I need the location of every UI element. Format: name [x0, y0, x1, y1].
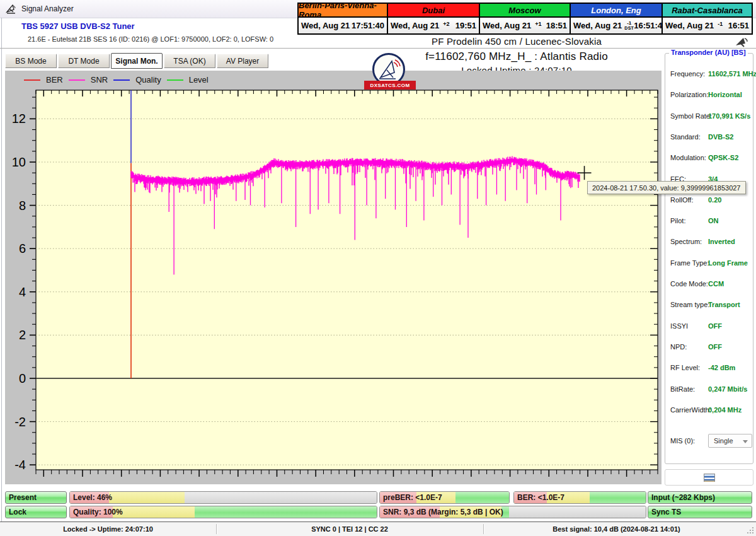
svg-text:6: 6: [19, 242, 26, 255]
clock-city-label: London, Eng: [571, 4, 662, 18]
transponder-panel: Transponder (AU) [BS] Frequency:11602,57…: [665, 53, 753, 464]
transponder-value-modulation: QPSK-S2: [708, 154, 738, 161]
antenna-location-text: PF Prodelin 450 cm / Lucenec-Slovakia: [277, 36, 756, 47]
transponder-row-mis: MIS (0):Single: [670, 437, 751, 446]
clock-rabat-casablanca: Rabat-CasablancaWed, Aug 21-116:51: [663, 4, 752, 33]
transponder-value-carrier-width: 0,204 MHz: [708, 406, 742, 414]
svg-text:-2: -2: [14, 415, 26, 429]
ber-bar-label: BER: <1.0E-7: [517, 492, 564, 503]
clock-time: Wed, Aug 2117:51:40: [299, 18, 387, 33]
clock-time: Wed, Aug 21+219:51: [388, 18, 479, 33]
tab-signal-mon-[interactable]: Signal Mon.: [111, 53, 163, 69]
transponder-label-standard: Standard:: [670, 133, 701, 141]
lock-indicator: Lock: [5, 506, 67, 518]
transponder-value-rf-level: -42 dBm: [708, 364, 735, 371]
transponder-label-carrier-width: CarrierWidth:: [670, 406, 711, 414]
tuner-name: TBS 5927 USB DVB-S2 Tuner: [21, 21, 135, 31]
transponder-value-spectrum: Inverted: [708, 238, 735, 245]
transponder-value-frame-type: Long Frame: [708, 259, 748, 267]
tab-tsa-ok-[interactable]: TSA (OK): [164, 54, 215, 68]
snr-bar: SNR: 9,3 dB (Margin: 5,3 dB | OK): [379, 506, 646, 518]
transponder-list-button[interactable]: [665, 469, 753, 486]
svg-text:0: 0: [19, 371, 26, 385]
transponder-label-issyi: ISSYI: [670, 322, 688, 330]
transponder-value-pilot: ON: [708, 217, 719, 224]
transponder-panel-title: Transponder (AU) [BS]: [669, 49, 748, 56]
syncts-indicator: Sync TS: [648, 506, 752, 518]
transponder-row-issyi: ISSYIOFF: [670, 322, 751, 331]
transponder-value-polarization: Horizontal: [708, 91, 742, 98]
level-bar: Level: 46%: [69, 491, 377, 504]
transponder-label-npd: NPD:: [670, 343, 687, 351]
mis-label: MIS (0):: [670, 437, 695, 445]
clock-time: Wed, Aug 21-116:51: [663, 18, 752, 33]
transponder-label-stream-type: Stream type:: [670, 301, 709, 308]
input-indicator: Input (~282 Kbps): [648, 491, 752, 504]
transponder-row-spectrum: Spectrum:Inverted: [670, 238, 751, 247]
snr-plot[interactable]: -4-2024681012: [5, 71, 662, 484]
window-title: Signal Analyzer: [21, 4, 74, 13]
transponder-row-polarization: Polarization:Horizontal: [670, 91, 751, 100]
dxsatcs-logo-banner: DXSATCS.COM: [364, 81, 416, 90]
transponder-label-rf-level: RF Level:: [670, 364, 700, 371]
preber-bar: preBER: <1.0E-7: [379, 491, 510, 504]
app-satellite-icon: [6, 4, 16, 14]
transponder-row-rolloff: RollOff:0.20: [670, 196, 751, 205]
clock-time: Wed, Aug 21-1DST16:51:40: [571, 18, 662, 33]
signal-monitor-chart[interactable]: BERSNRQualityLevel -4-2024681012: [5, 71, 662, 484]
svg-text:10: 10: [12, 155, 26, 169]
transponder-row-frequency: Frequency:11602,571 MHz: [670, 70, 751, 79]
transponder-row-modulation: Modulation:QPSK-S2: [670, 154, 751, 163]
tab-av-player[interactable]: AV Player: [217, 54, 268, 68]
clock-london-eng: London, EngWed, Aug 21-1DST16:51:40: [571, 4, 663, 33]
transponder-value-bitrate: 0,247 Mbit/s: [708, 385, 747, 393]
transponder-row-stream-type: Stream type:Transport: [670, 301, 751, 310]
tuner-details: 21.6E - Eutelsat 21B SES 16 (ID: 0216) @…: [28, 35, 273, 43]
tab-dt-mode[interactable]: DT Mode: [58, 54, 110, 68]
preber-bar-label: preBER: <1.0E-7: [383, 492, 442, 503]
svg-text:12: 12: [12, 112, 26, 125]
quality-bar-label: Quality: 100%: [73, 506, 123, 518]
transponder-label-polarization: Polarization:: [670, 91, 709, 98]
signal-analyzer-window: Signal Analyzer Berlin-Paris-Vienna-Roma…: [0, 0, 756, 536]
mode-tabs: BS ModeDT ModeSignal Mon.TSA (OK)AV Play…: [5, 54, 268, 69]
transponder-label-symbol-rate: Symbol Rate:: [670, 112, 712, 120]
transponder-label-frame-type: Frame Type:: [670, 259, 709, 267]
clock-berlin-paris-vienna-roma: Berlin-Paris-Vienna-RomaWed, Aug 2117:51…: [299, 4, 388, 33]
transponder-label-pilot: Pilot:: [670, 217, 685, 224]
svg-text:8: 8: [19, 199, 26, 213]
tab-bs-mode[interactable]: BS Mode: [5, 54, 57, 68]
transponder-row-frame-type: Frame Type:Long Frame: [670, 259, 751, 268]
clock-dubai: DubaiWed, Aug 21+219:51: [388, 4, 480, 33]
transponder-row-pilot: Pilot:ON: [670, 217, 751, 226]
clock-city-label: Moscow: [480, 4, 570, 18]
chart-tooltip: 2024-08-21 17.50.30, value: 9,3999996185…: [587, 181, 746, 194]
ber-bar: BER: <1.0E-7: [513, 491, 646, 504]
transponder-row-carrier-width: CarrierWidth:0,204 MHz: [670, 406, 751, 415]
present-indicator: Present: [5, 491, 67, 504]
dxsatcs-logo: DXSATCS.COM: [362, 53, 418, 91]
clock-moscow: MoscowWed, Aug 21+118:51: [480, 4, 571, 33]
chevron-down-icon: [743, 440, 748, 443]
mis-dropdown[interactable]: Single: [708, 434, 752, 448]
transponder-row-code-mode: Code Mode:CCM: [670, 280, 751, 289]
resize-grip[interactable]: [746, 526, 754, 534]
snr-bar-label: SNR: 9,3 dB (Margin: 5,3 dB | OK): [383, 506, 503, 518]
transponder-label-rolloff: RollOff:: [670, 196, 693, 204]
header-separator: [0, 48, 756, 49]
quality-bar: Quality: 100%: [69, 506, 377, 518]
transponder-value-rolloff: 0.20: [708, 196, 721, 204]
world-clocks: Berlin-Paris-Vienna-RomaWed, Aug 2117:51…: [297, 3, 753, 35]
transponder-value-issyi: OFF: [708, 322, 722, 330]
transponder-row-rf-level: RF Level:-42 dBm: [670, 364, 751, 373]
transponder-label-frequency: Frequency:: [670, 70, 705, 78]
clock-city-label: Berlin-Paris-Vienna-Roma: [299, 4, 387, 18]
status-locked-uptime: Locked -> Uptime: 24:07:10: [0, 522, 216, 536]
transponder-value-standard: DVB-S2: [708, 133, 733, 141]
transponder-value-stream-type: Transport: [708, 301, 740, 308]
transponder-row-npd: NPD:OFF: [670, 343, 751, 352]
clock-city-label: Rabat-Casablanca: [663, 4, 752, 18]
window-left-frame: [1, 18, 2, 536]
transponder-label-code-mode: Code Mode:: [670, 280, 708, 288]
transponder-label-bitrate: BitRate:: [670, 385, 695, 393]
